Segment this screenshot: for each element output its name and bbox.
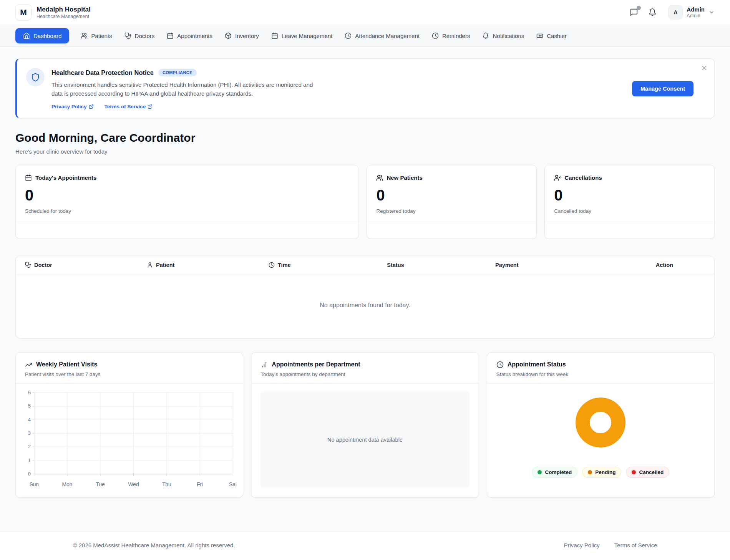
copyright-text: © 2026 MedAssist Healthcare Management. … [73, 542, 235, 548]
page-title: Good Morning, Care Coordinator [15, 131, 715, 144]
nav-dashboard[interactable]: Dashboard [15, 28, 69, 43]
banner-text: This environment handles sensitive Prote… [51, 80, 322, 98]
shield-icon-wrap [26, 68, 45, 86]
svg-text:Tue: Tue [96, 481, 105, 487]
stat-caption: Cancelled today [554, 208, 705, 214]
column-patient: Patient [147, 262, 269, 268]
compliance-badge: COMPLIANCE [158, 69, 197, 76]
banner-close-button[interactable] [700, 64, 708, 72]
completed-dot [538, 470, 542, 474]
stat-card-footer [16, 222, 358, 239]
svg-text:0: 0 [28, 471, 31, 477]
svg-text:2: 2 [28, 444, 31, 449]
stethoscope-icon [25, 262, 31, 268]
banknote-icon [536, 32, 543, 39]
footer-terms-link[interactable]: Terms of Service [614, 542, 657, 548]
hospital-logo: M [15, 4, 32, 20]
header-actions: A Admin Admin [629, 5, 715, 20]
stat-card-footer [545, 222, 714, 239]
main-content: Healthcare Data Protection Notice COMPLI… [0, 47, 730, 498]
stethoscope-icon [124, 32, 131, 39]
nav-appointments[interactable]: Appointments [166, 28, 213, 43]
stat-card-new-patients: New Patients 0 Registered today [367, 165, 537, 239]
bell-icon [482, 32, 489, 39]
nav-doctors[interactable]: Doctors [124, 28, 156, 43]
stat-card-todays-appointments: Today's Appointments 0 Scheduled for tod… [15, 165, 359, 239]
clock-icon [345, 32, 352, 39]
banner-title: Healthcare Data Protection Notice [51, 69, 154, 76]
manage-consent-button[interactable]: Manage Consent [632, 81, 694, 96]
department-chart-empty-message: No appointment data available [260, 391, 469, 488]
stat-card-cancellations: Cancellations 0 Cancelled today [544, 165, 715, 239]
clock-icon [432, 32, 439, 39]
appointments-per-department-card: Appointments per Department Today's appo… [251, 352, 479, 498]
stat-cards: Today's Appointments 0 Scheduled for tod… [15, 165, 715, 239]
charts-row: Weekly Patient Visits Patient visits ove… [15, 352, 715, 498]
chart-subtitle: Today's appointments by department [260, 371, 469, 377]
column-status: Status [387, 262, 495, 268]
user-name: Admin [687, 6, 705, 13]
donut-ring [583, 404, 619, 440]
svg-text:3: 3 [28, 431, 31, 436]
users-icon [81, 32, 88, 39]
notifications-button[interactable] [647, 7, 657, 17]
footer-privacy-policy-link[interactable]: Privacy Policy [564, 542, 599, 548]
stat-caption: Scheduled for today [25, 208, 349, 214]
page: M Medalph Hospital Healthcare Management… [0, 0, 730, 560]
nav-notifications[interactable]: Notifications [481, 28, 525, 43]
avatar: A [668, 5, 683, 20]
external-link-icon [89, 104, 94, 109]
weekly-visits-chart: 0123456SunMonTueWedThuFriSat [23, 389, 236, 490]
bar-chart-icon [260, 361, 268, 368]
svg-text:5: 5 [28, 403, 31, 409]
page-footer: © 2026 MedAssist Healthcare Management. … [0, 532, 730, 560]
home-icon [23, 32, 30, 39]
stat-label: New Patients [387, 174, 422, 181]
chart-subtitle: Status breakdown for this week [496, 371, 705, 377]
chart-subtitle: Patient visits over the last 7 days [25, 371, 234, 377]
appointments-table: Doctor Patient Time Status Payment Actio… [15, 256, 715, 338]
stat-value: 0 [25, 187, 349, 203]
svg-text:Sat: Sat [229, 481, 236, 487]
privacy-policy-link[interactable]: Privacy Policy [51, 104, 94, 109]
package-icon [225, 32, 232, 39]
appointment-status-card: Appointment Status Status breakdown for … [487, 352, 715, 498]
nav-attendance-management[interactable]: Attendance Management [344, 28, 420, 43]
nav-inventory[interactable]: Inventory [224, 28, 260, 43]
shield-icon [31, 73, 40, 82]
stat-card-footer [367, 222, 536, 239]
nav-cashier[interactable]: Cashier [536, 28, 567, 43]
calendar-icon [25, 174, 32, 181]
chevron-down-icon [708, 9, 715, 15]
pending-dot [588, 470, 592, 474]
top-header: M Medalph Hospital Healthcare Management… [0, 0, 730, 25]
svg-text:4: 4 [28, 417, 31, 422]
svg-text:Wed: Wed [128, 481, 139, 487]
nav-patients[interactable]: Patients [80, 28, 113, 43]
cancelled-dot [632, 470, 636, 474]
terms-of-service-link[interactable]: Terms of Service [105, 104, 153, 109]
svg-text:Sun: Sun [29, 481, 39, 487]
column-payment: Payment [495, 262, 624, 268]
chart-title: Appointment Status [508, 361, 566, 368]
stat-value: 0 [554, 187, 705, 203]
user-role: Admin [687, 13, 705, 18]
external-link-icon [148, 104, 153, 109]
user-menu[interactable]: A Admin Admin [668, 5, 715, 20]
brand: M Medalph Hospital Healthcare Management [15, 4, 91, 20]
column-time: Time [269, 262, 387, 268]
user-icon [147, 262, 153, 268]
nav-reminders[interactable]: Reminders [431, 28, 471, 43]
clock-icon [269, 262, 275, 268]
legend-completed: Completed [532, 467, 577, 478]
messages-button[interactable] [629, 7, 639, 17]
table-empty-message: No appointments found for today. [16, 274, 714, 338]
svg-text:1: 1 [28, 457, 31, 463]
close-icon [700, 64, 708, 72]
appointment-status-donut [572, 394, 629, 451]
bell-icon [648, 8, 657, 17]
greeting: Good Morning, Care Coordinator Here's yo… [15, 131, 715, 155]
table-header-row: Doctor Patient Time Status Payment Actio… [16, 256, 714, 274]
nav-leave-management[interactable]: Leave Management [270, 28, 333, 43]
main-nav: Dashboard Patients Doctors Appointments … [0, 25, 730, 47]
